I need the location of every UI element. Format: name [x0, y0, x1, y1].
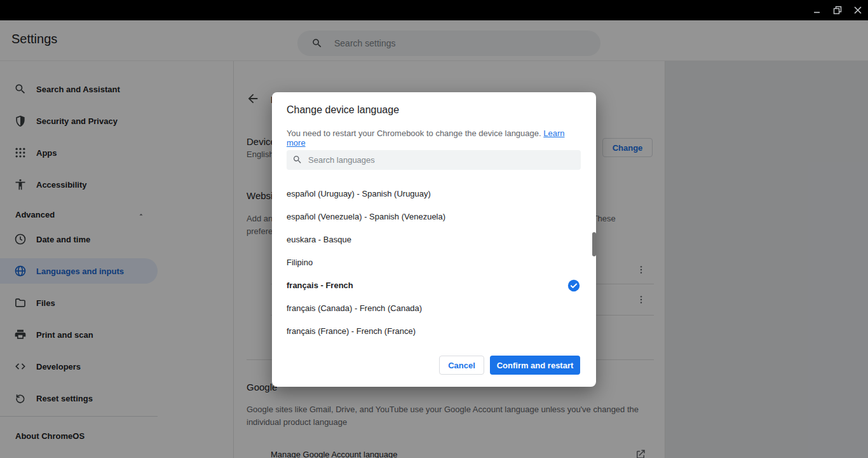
language-search-field[interactable] — [287, 150, 581, 170]
window-titlebar — [0, 0, 868, 20]
search-languages-input[interactable] — [308, 150, 569, 170]
language-option[interactable]: français (France) - French (France) — [272, 320, 590, 343]
dialog-body-text: You need to restart your Chromebook to c… — [287, 128, 573, 148]
language-option[interactable]: français (Canada) - French (Canada) — [272, 297, 590, 320]
cancel-button[interactable]: Cancel — [439, 356, 484, 375]
screen: Settings Search and Assistant Security a… — [0, 0, 868, 458]
language-option[interactable]: Filipino — [272, 251, 590, 274]
language-option[interactable]: español (Uruguay) - Spanish (Uruguay) — [272, 183, 590, 205]
language-option[interactable]: euskara - Basque — [272, 228, 590, 251]
language-option[interactable]: español (Venezuela) - Spanish (Venezuela… — [272, 205, 590, 228]
change-device-language-dialog: Change device language You need to resta… — [272, 92, 596, 387]
scrollbar-thumb[interactable] — [592, 232, 596, 256]
dialog-title: Change device language — [287, 104, 399, 116]
restore-window-icon[interactable] — [830, 3, 845, 18]
language-option-selected[interactable]: français - French — [272, 274, 590, 297]
search-icon — [292, 155, 302, 165]
minimize-icon[interactable] — [810, 3, 825, 18]
close-icon[interactable] — [850, 3, 865, 18]
confirm-and-restart-button[interactable]: Confirm and restart — [490, 356, 580, 375]
check-circle-icon — [567, 279, 580, 292]
